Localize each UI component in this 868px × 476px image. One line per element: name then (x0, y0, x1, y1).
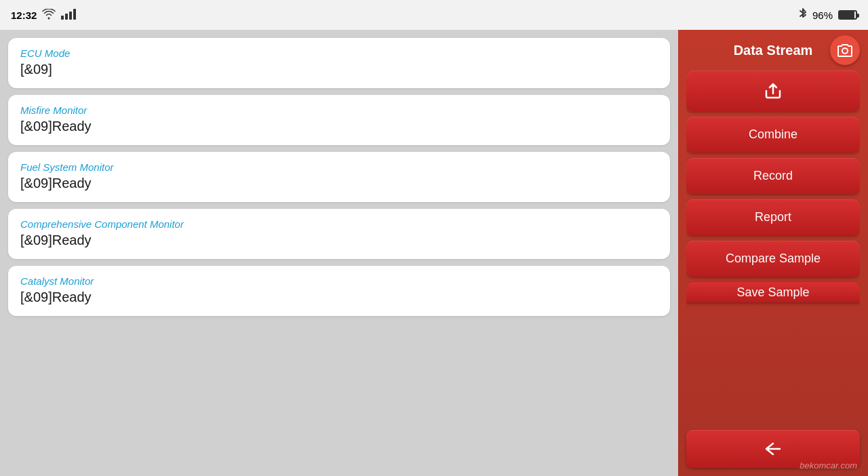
time-display: 12:32 (11, 9, 37, 21)
data-card-label: ECU Mode (20, 47, 658, 59)
data-card: Fuel System Monitor [&09]Ready (8, 152, 670, 202)
data-card: ECU Mode [&09] (8, 38, 670, 88)
sidebar-header: Data Stream (686, 30, 860, 71)
compare-sample-button[interactable]: Compare Sample (686, 241, 860, 277)
svg-rect-3 (73, 9, 76, 20)
data-card-label: Fuel System Monitor (20, 161, 658, 173)
data-card-value: [&09]Ready (20, 176, 658, 191)
data-card-value: [&09]Ready (20, 119, 658, 134)
carrier-icon (61, 9, 76, 22)
data-card-value: [&09] (20, 62, 658, 77)
export-button[interactable] (686, 71, 860, 111)
bluetooth-icon (799, 8, 807, 22)
data-card-label: Misfire Monitor (20, 104, 658, 116)
branding-text: bekomcar.com (800, 460, 857, 471)
data-list: ECU Mode [&09] Misfire Monitor [&09]Read… (0, 30, 678, 476)
record-button[interactable]: Record (686, 158, 860, 194)
svg-rect-0 (61, 16, 64, 20)
sidebar: Data Stream Combine Record Report Compar… (678, 30, 868, 476)
data-card: Comprehensive Component Monitor [&09]Rea… (8, 209, 670, 259)
data-card-value: [&09]Ready (20, 290, 658, 305)
save-sample-label: Save Sample (736, 285, 809, 300)
svg-rect-1 (65, 14, 68, 20)
svg-rect-2 (69, 12, 72, 20)
sidebar-title: Data Stream (734, 43, 813, 58)
data-card-label: Comprehensive Component Monitor (20, 218, 658, 230)
data-card: Misfire Monitor [&09]Ready (8, 95, 670, 145)
sidebar-scroll-area: Combine Record Report Compare Sample Sav… (686, 71, 860, 424)
wifi-icon (42, 9, 56, 22)
camera-button[interactable] (830, 35, 860, 65)
report-button[interactable]: Report (686, 199, 860, 235)
save-sample-partial: Save Sample (686, 282, 860, 302)
battery-percent: 96% (812, 9, 833, 21)
battery-indicator (838, 10, 857, 20)
status-bar: 12:32 96% (0, 0, 868, 30)
combine-button[interactable]: Combine (686, 117, 860, 153)
data-card-label: Catalyst Monitor (20, 275, 658, 287)
data-card: Catalyst Monitor [&09]Ready (8, 266, 670, 316)
data-card-value: [&09]Ready (20, 233, 658, 248)
main-container: ECU Mode [&09] Misfire Monitor [&09]Read… (0, 30, 868, 476)
